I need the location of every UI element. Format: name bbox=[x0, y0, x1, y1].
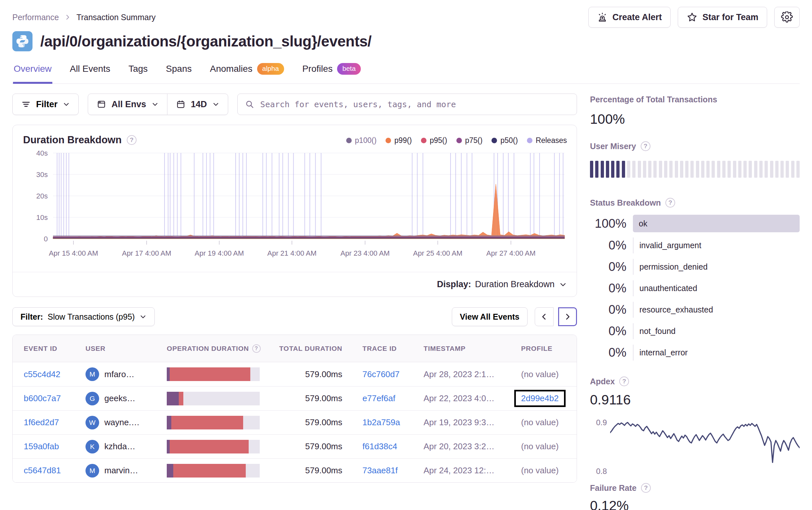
operation-duration-bar bbox=[167, 416, 260, 429]
help-icon[interactable]: ? bbox=[641, 483, 651, 493]
failure-rate-heading: Failure Rate bbox=[590, 483, 636, 493]
tab-tags[interactable]: Tags bbox=[128, 61, 148, 84]
op-segment-http bbox=[173, 464, 246, 478]
help-icon[interactable]: ? bbox=[127, 135, 137, 145]
create-alert-button[interactable]: Create Alert bbox=[588, 7, 671, 28]
profile-cell: (no value) bbox=[521, 466, 577, 476]
siren-icon bbox=[597, 12, 608, 22]
misery-tick-empty bbox=[744, 161, 747, 178]
star-for-team-button[interactable]: Star for Team bbox=[678, 7, 767, 28]
event-id-link[interactable]: b600c7a7 bbox=[24, 393, 61, 403]
total-transactions-value: 100% bbox=[590, 112, 800, 127]
legend-item-p95[interactable]: p95() bbox=[421, 136, 447, 145]
misery-tick-empty bbox=[770, 161, 773, 178]
event-id-link[interactable]: c55c4d42 bbox=[24, 369, 60, 379]
header-actions: Create Alert Star for Team bbox=[588, 7, 800, 28]
next-page-button[interactable] bbox=[558, 307, 577, 326]
total-duration-cell: 579.00ms bbox=[261, 466, 346, 476]
page-title: /api/0/organizations/{organization_slug}… bbox=[40, 32, 372, 50]
trace-id-link[interactable]: f61d38c4 bbox=[362, 442, 397, 451]
filter-dropdown-button[interactable]: Filter bbox=[12, 94, 79, 115]
transactions-filter-label: Filter: bbox=[21, 312, 43, 322]
previous-page-button[interactable] bbox=[535, 307, 554, 326]
column-header-timestamp: TIMESTAMP bbox=[424, 344, 521, 353]
misery-tick-empty bbox=[706, 161, 709, 178]
legend-item-p99[interactable]: p99() bbox=[385, 136, 412, 145]
tab-profiles[interactable]: Profilesbeta bbox=[302, 61, 361, 84]
trace-id-link[interactable]: 73aae81f bbox=[362, 466, 398, 475]
user-cell: Mmfaro… bbox=[86, 367, 167, 381]
breadcrumb-performance[interactable]: Performance bbox=[12, 13, 59, 22]
tab-label: Spans bbox=[166, 64, 192, 74]
beta-badge: beta bbox=[337, 63, 361, 75]
legend-item-p100[interactable]: p100() bbox=[346, 136, 376, 145]
duration-chart: 010s20s30s40sApr 15 4:00 AMApr 17 4:00 A… bbox=[14, 150, 567, 265]
column-header-user: USER bbox=[86, 344, 167, 353]
event-id-link[interactable]: c5647d81 bbox=[24, 466, 61, 475]
tab-all-events[interactable]: All Events bbox=[69, 61, 111, 84]
operation-duration-cell bbox=[167, 440, 261, 453]
misery-tick-empty bbox=[712, 161, 715, 178]
events-toolbar: Filter: Slow Transactions (p95) View All… bbox=[12, 307, 577, 326]
transaction-summary-page: { "breadcrumb": { "items": [ { "label": … bbox=[0, 0, 812, 510]
operation-duration-cell bbox=[167, 464, 261, 478]
svg-text:Apr 17 4:00 AM: Apr 17 4:00 AM bbox=[122, 249, 171, 257]
chevron-down-icon bbox=[140, 313, 147, 320]
profile-link[interactable]: 2d99e4b2 bbox=[521, 393, 559, 403]
legend-item-p50[interactable]: p50() bbox=[492, 136, 518, 145]
alpha-badge: alpha bbox=[257, 63, 284, 75]
event-id-cell: 1f6ed2d7 bbox=[24, 417, 86, 427]
legend-item-Releases[interactable]: Releases bbox=[527, 136, 567, 145]
chart-footer: Display: Duration Breakdown bbox=[13, 272, 577, 297]
tab-overview[interactable]: Overview bbox=[13, 61, 52, 84]
user-cell: Ggeeks… bbox=[86, 392, 167, 406]
trace-id-link[interactable]: e77ef6af bbox=[362, 393, 395, 403]
status-row-not_found: 0%not_found bbox=[590, 323, 800, 339]
events-table: EVENT ID USER OPERATION DURATION? TOTAL … bbox=[12, 335, 577, 483]
transactions-filter-button[interactable]: Filter: Slow Transactions (p95) bbox=[12, 307, 155, 326]
misery-tick-empty bbox=[685, 161, 689, 178]
search-input[interactable] bbox=[260, 100, 570, 109]
table-row: 159a0fabKkzhda…579.00msf61d38c4Apr 20, 2… bbox=[13, 434, 577, 458]
legend-item-p75[interactable]: p75() bbox=[456, 136, 483, 145]
profile-no-value: (no value) bbox=[521, 442, 559, 451]
column-header-trace-id: TRACE ID bbox=[346, 344, 424, 353]
date-range-selector[interactable]: 14D bbox=[167, 94, 228, 115]
help-icon[interactable]: ? bbox=[665, 198, 675, 208]
svg-text:0: 0 bbox=[44, 235, 48, 243]
status-rows: 100%ok0%invalid_argument0%permission_den… bbox=[590, 215, 800, 361]
column-header-operation-duration: OPERATION DURATION? bbox=[167, 344, 261, 353]
help-icon[interactable]: ? bbox=[619, 377, 629, 386]
display-label: Display: bbox=[437, 279, 471, 290]
duration-breakdown-title: Duration Breakdown bbox=[23, 134, 122, 146]
view-all-events-button[interactable]: View All Events bbox=[452, 307, 528, 326]
help-icon[interactable]: ? bbox=[252, 344, 261, 353]
misery-tick-empty bbox=[733, 161, 736, 178]
total-duration-cell: 579.00ms bbox=[261, 417, 346, 427]
legend-dot bbox=[456, 138, 462, 143]
op-segment-db bbox=[167, 392, 179, 406]
apdex-value: 0.9116 bbox=[590, 392, 800, 408]
tab-anomalies[interactable]: Anomaliesalpha bbox=[209, 61, 285, 84]
event-id-link[interactable]: 1f6ed2d7 bbox=[24, 417, 59, 427]
misery-tick-empty bbox=[675, 161, 678, 178]
settings-button[interactable] bbox=[774, 7, 800, 28]
event-id-link[interactable]: 159a0fab bbox=[24, 442, 59, 451]
breadcrumb: Performance Transaction Summary bbox=[12, 13, 156, 22]
user-cell: Kkzhda… bbox=[86, 440, 167, 453]
failure-rate-section: Failure Rate ? 0.12% bbox=[590, 483, 800, 510]
trace-id-link[interactable]: 1b2a759a bbox=[362, 417, 400, 427]
calendar-icon bbox=[176, 99, 185, 109]
misery-tick-filled bbox=[622, 161, 625, 178]
op-segment-db bbox=[167, 367, 170, 381]
tab-spans[interactable]: Spans bbox=[165, 61, 192, 84]
tab-label: Anomalies bbox=[210, 64, 253, 74]
display-selector[interactable]: Duration Breakdown bbox=[475, 279, 567, 290]
misery-tick-empty bbox=[643, 161, 646, 178]
help-icon[interactable]: ? bbox=[641, 141, 650, 151]
misery-tick-empty bbox=[680, 161, 683, 178]
environment-selector[interactable]: All Envs bbox=[88, 94, 167, 115]
misery-tick-empty bbox=[786, 161, 789, 178]
status-breakdown-section: Status Breakdown ? 100%ok0%invalid_argum… bbox=[590, 198, 800, 361]
trace-id-link[interactable]: 76c760d7 bbox=[362, 369, 400, 379]
